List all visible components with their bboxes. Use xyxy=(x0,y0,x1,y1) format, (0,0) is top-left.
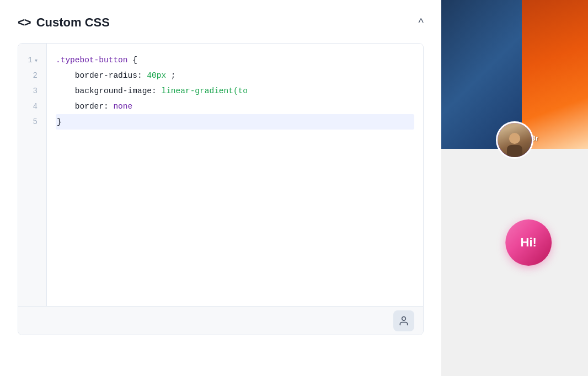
user-button[interactable] xyxy=(393,310,414,331)
code-editor[interactable]: 1 ▾ 2 3 4 5 .typebot-button xyxy=(18,43,424,335)
avatar-inner xyxy=(498,123,532,157)
token-plain: border-radius: xyxy=(56,71,147,80)
panel-title-group: <> Custom CSS xyxy=(18,15,110,30)
code-content: 1 ▾ 2 3 4 5 .typebot-button xyxy=(18,44,423,306)
token-value-num: 40px xyxy=(147,71,166,80)
token-plain: background-image: xyxy=(56,87,161,95)
left-panel: <> Custom CSS ^ 1 ▾ 2 3 4 xyxy=(0,0,441,376)
token-plain: border: xyxy=(56,102,113,111)
hi-button[interactable]: Hi! xyxy=(505,219,552,266)
avatar-body xyxy=(507,145,522,157)
code-line-4: border: none xyxy=(56,99,414,114)
chevron-up-icon[interactable]: ^ xyxy=(419,17,424,29)
avatar xyxy=(496,121,533,159)
photo-orange: #Br xyxy=(522,0,588,149)
code-icon: <> xyxy=(18,15,31,30)
token-selector: .typebot-button xyxy=(56,56,128,65)
editor-footer xyxy=(18,306,423,335)
line-numbers: 1 ▾ 2 3 4 5 xyxy=(18,44,47,306)
panel-title: Custom CSS xyxy=(36,15,110,30)
fold-arrow[interactable]: ▾ xyxy=(35,57,38,63)
line-number-3: 3 xyxy=(33,83,42,99)
token-brace: { xyxy=(132,56,137,65)
code-line-1: .typebot-button { xyxy=(56,52,414,68)
line-number-2: 2 xyxy=(33,68,42,83)
code-line-5: } xyxy=(56,114,414,130)
token-value-kw: none xyxy=(113,102,132,111)
code-line-3: background-image: linear-gradient(to xyxy=(56,83,414,99)
token-brace-close: } xyxy=(57,117,62,126)
line-num: 5 xyxy=(33,114,38,130)
avatar-figure xyxy=(505,133,524,157)
line-number-5: 5 xyxy=(33,114,42,130)
user-icon xyxy=(398,315,409,326)
token-value-fn: linear-gradient(to xyxy=(161,87,248,95)
line-number-4: 4 xyxy=(33,99,42,114)
line-num: 4 xyxy=(33,99,38,114)
right-panel: #Br Hi! xyxy=(441,0,588,376)
code-lines[interactable]: .typebot-button { border-radius: 40px ; … xyxy=(47,44,423,306)
line-num: 2 xyxy=(33,68,38,83)
line-num: 3 xyxy=(33,83,38,99)
code-line-2: border-radius: 40px ; xyxy=(56,68,414,83)
avatar-head xyxy=(509,133,520,144)
svg-point-0 xyxy=(402,316,406,320)
line-num: 1 xyxy=(28,52,33,68)
token-semicolon: ; xyxy=(171,71,176,80)
panel-header: <> Custom CSS ^ xyxy=(18,15,424,30)
line-number-1: 1 ▾ xyxy=(28,52,42,68)
hi-label: Hi! xyxy=(521,235,537,250)
